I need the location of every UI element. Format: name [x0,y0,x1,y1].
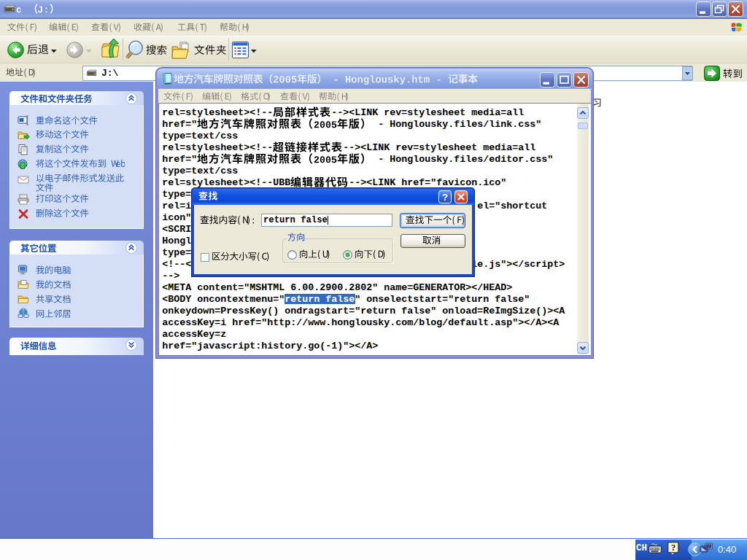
svg-text:?: ? [442,191,448,202]
svg-text:?: ? [671,542,676,553]
